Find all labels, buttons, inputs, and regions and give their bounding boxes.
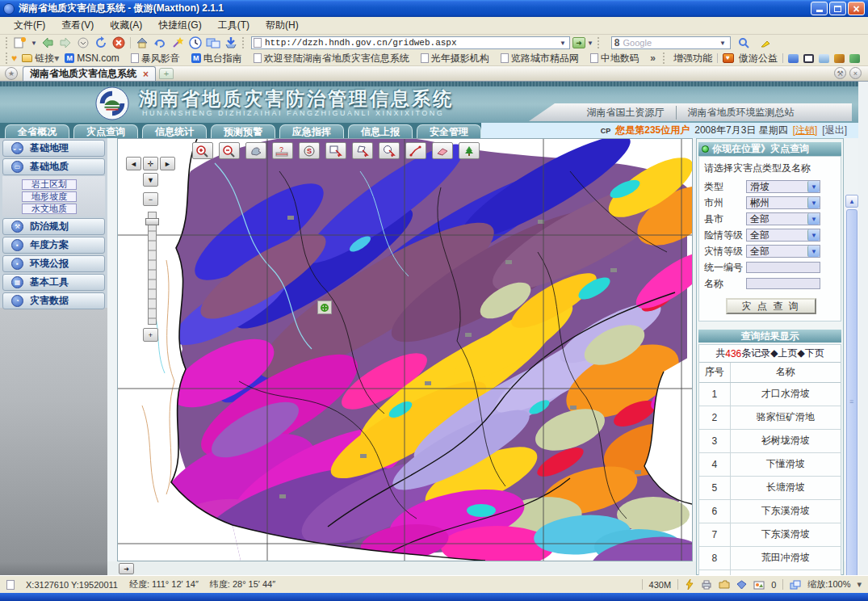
nav-tab-disaster-query[interactable]: 灾点查询 — [73, 124, 138, 138]
history-dropdown-button[interactable] — [74, 36, 92, 50]
full-extent-button[interactable]: S — [299, 142, 320, 159]
pan-right-button[interactable]: ► — [160, 157, 175, 170]
refresh-button[interactable] — [92, 36, 110, 50]
zoom-slider-minus-button[interactable]: − — [143, 192, 158, 206]
county-select[interactable]: 全部 — [746, 212, 820, 225]
new-page-button[interactable] — [11, 36, 29, 50]
download-button[interactable] — [222, 36, 240, 50]
link-welcome[interactable]: 欢迎登陆湖南省地质灾害信息系统 — [248, 52, 415, 65]
panels-button[interactable] — [204, 36, 222, 50]
sidebar-item-prevention-plan[interactable]: ⚒ 防治规划 — [2, 218, 105, 235]
new-page-dropdown-icon[interactable] — [29, 40, 39, 47]
identify-button[interactable]: ? — [272, 142, 293, 159]
note-icon[interactable] — [819, 54, 829, 63]
back-button[interactable] — [39, 36, 57, 50]
nav-tab-emergency[interactable]: 应急指挥 — [279, 124, 344, 138]
org-link-monitor-station[interactable]: 湖南省地质环境监测总站 — [676, 106, 806, 120]
enhance-label[interactable]: 增强功能 — [673, 52, 712, 65]
sidebar-item-basic-tools[interactable]: ▦ 基本工具 — [2, 274, 105, 291]
sidebar-item-disaster-data[interactable]: ◔ 灾害数据 — [2, 292, 105, 309]
links-folder-icon[interactable] — [22, 54, 32, 62]
map-viewport[interactable]: ? S ◄ ✛ ► ▼ − — [117, 138, 693, 561]
menu-file[interactable]: 文件(F) — [6, 17, 52, 34]
sidebar-item-env-bulletin[interactable]: ▪ 环境公报 — [2, 255, 105, 272]
printer-icon[interactable] — [701, 580, 712, 590]
images-icon[interactable] — [753, 580, 765, 590]
menu-groups[interactable]: 快捷组(G) — [151, 17, 208, 34]
charity-shield-icon[interactable] — [723, 53, 734, 63]
table-row[interactable]: 7下东溪滑坡 — [699, 523, 841, 546]
chevron-down-icon[interactable] — [807, 197, 820, 208]
tab-close-all-button[interactable]: × — [849, 67, 862, 79]
overflow-chevron-icon[interactable] — [650, 53, 656, 64]
zoom-slider-track[interactable] — [148, 212, 157, 325]
table-row[interactable]: 3衫树垅滑坡 — [699, 429, 841, 452]
window-zoom-icon[interactable] — [790, 580, 801, 590]
link-radio[interactable]: M电台指南 — [186, 52, 248, 65]
search-engine-icon[interactable]: 8 — [614, 37, 620, 48]
table-row[interactable]: 9黄花岭滑坡 — [699, 569, 841, 575]
legend-tree-button[interactable] — [459, 142, 480, 159]
sidebar-item-annual-plan[interactable]: ▪ 年度方案 — [2, 237, 105, 254]
zoom-level[interactable]: 缩放:100% — [807, 578, 850, 590]
skin-icon[interactable] — [788, 54, 799, 63]
select-circle-button[interactable] — [379, 142, 400, 159]
go-dropdown-icon[interactable] — [585, 40, 595, 47]
zoom-slider-thumb[interactable] — [145, 218, 159, 225]
search-go-icon[interactable] — [735, 36, 753, 50]
link-zhongdi[interactable]: 中地数码 — [585, 52, 645, 65]
minimize-button[interactable] — [811, 2, 828, 15]
boost-lightning-icon[interactable] — [685, 579, 694, 590]
select-polygon-button[interactable] — [352, 142, 373, 159]
address-dropdown-icon[interactable] — [558, 40, 568, 47]
zoom-dropdown-icon[interactable] — [857, 579, 862, 590]
link-msn[interactable]: MMSN.com — [59, 53, 125, 64]
search-input[interactable]: Google — [623, 38, 718, 48]
history-clock-button[interactable] — [187, 36, 204, 50]
zoom-slider-plus-button[interactable]: + — [143, 328, 158, 342]
next-page-link[interactable]: ◆下页 — [798, 347, 824, 360]
links-label[interactable]: 链接 — [35, 52, 54, 65]
undo-button[interactable] — [151, 36, 169, 50]
plugin-icon[interactable] — [834, 54, 845, 63]
pan-up-button[interactable]: ✛ — [143, 157, 158, 170]
menu-tools[interactable]: 工具(T) — [211, 17, 257, 34]
table-row[interactable]: 4下懂滑坡 — [699, 452, 841, 476]
game-icon[interactable] — [849, 54, 860, 63]
link-baofeng[interactable]: 暴风影音 — [125, 52, 186, 65]
table-row[interactable]: 2骆家恒矿滑地 — [699, 406, 841, 429]
chevron-down-icon[interactable] — [807, 181, 820, 192]
link-city[interactable]: 览路城市精品网 — [495, 52, 585, 65]
nav-tab-report[interactable]: 信息上报 — [348, 124, 413, 138]
search-box[interactable]: 8 Google — [611, 36, 731, 49]
table-row[interactable]: 8荒田冲滑坡 — [699, 546, 841, 569]
highlight-pen-icon[interactable] — [757, 36, 774, 50]
measure-distance-button[interactable] — [405, 142, 426, 159]
sidebar-item-base-geography[interactable]: ⌄⌄ 基础地理 — [2, 140, 105, 157]
nav-tab-security[interactable]: 安全管理 — [417, 124, 481, 138]
chevron-down-icon[interactable] — [807, 246, 820, 257]
zoom-in-button[interactable] — [192, 142, 213, 159]
menu-favorites[interactable]: 收藏(A) — [103, 17, 149, 34]
charity-label[interactable]: 傲游公益 — [739, 52, 778, 65]
table-row[interactable]: 6下东溪滑坡 — [699, 499, 841, 523]
table-row[interactable]: 5长塘滑坡 — [699, 476, 841, 499]
forward-button[interactable] — [57, 36, 74, 50]
go-button[interactable] — [572, 37, 585, 48]
query-button[interactable]: 灾 点 查 询 — [726, 298, 816, 314]
code-input[interactable] — [746, 262, 820, 273]
name-input[interactable] — [746, 278, 820, 289]
restore-button[interactable] — [829, 2, 846, 15]
eraser-button[interactable] — [432, 142, 453, 159]
sub-item-terrain-slope[interactable]: 地形坡度 — [22, 191, 77, 202]
tab-tools-button[interactable]: ⚒ — [834, 67, 846, 79]
sub-item-hydrogeology[interactable]: 水文地质 — [22, 204, 77, 214]
menu-view[interactable]: 查看(V) — [54, 17, 101, 34]
pan-left-button[interactable]: ◄ — [126, 157, 141, 170]
sidebar-item-base-geology[interactable]: ▭ 基础地质 — [2, 158, 105, 175]
folder-icon[interactable] — [719, 580, 730, 589]
nav-tab-forecast[interactable]: 预测预警 — [211, 124, 275, 138]
page-scrollbar[interactable]: ▲ ▼ — [845, 195, 858, 575]
address-bar[interactable]: http://dzzh.hndh.gov.cn/gridweb.aspx — [251, 36, 570, 49]
nav-tab-statistics[interactable]: 信息统计 — [142, 124, 207, 138]
